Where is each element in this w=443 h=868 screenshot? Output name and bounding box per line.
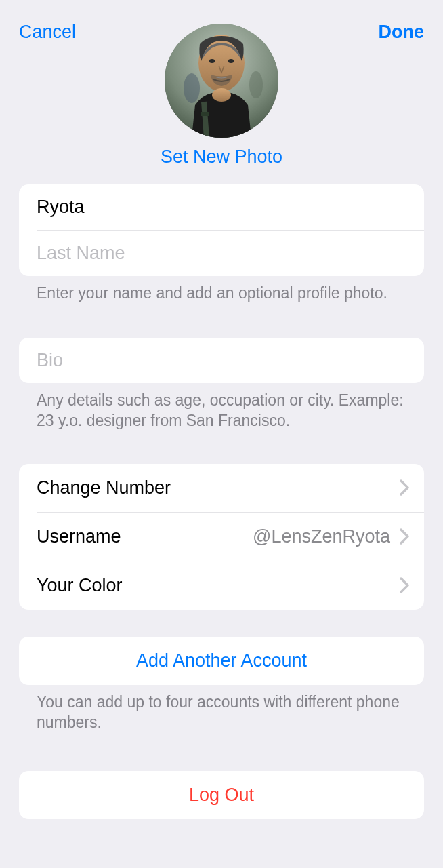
svg-point-1 — [184, 73, 200, 103]
logout-button[interactable]: Log Out — [19, 771, 424, 819]
name-section — [19, 184, 424, 276]
bio-footer: Any details such as age, occupation or c… — [37, 391, 424, 431]
add-account-button[interactable]: Add Another Account — [19, 637, 424, 685]
change-number-label: Change Number — [37, 477, 171, 498]
your-color-row[interactable]: Your Color — [19, 561, 424, 610]
cancel-button[interactable]: Cancel — [19, 22, 76, 43]
add-account-section: Add Another Account — [19, 637, 424, 685]
your-color-label: Your Color — [37, 575, 123, 596]
bio-row — [19, 338, 424, 383]
done-button[interactable]: Done — [379, 22, 425, 43]
add-account-label: Add Another Account — [136, 650, 307, 671]
last-name-row — [19, 231, 424, 276]
last-name-field[interactable] — [37, 231, 406, 276]
name-footer: Enter your name and add an optional prof… — [37, 283, 424, 304]
bio-section — [19, 338, 424, 383]
svg-point-6 — [212, 88, 231, 102]
username-label: Username — [37, 526, 121, 547]
svg-point-5 — [228, 59, 234, 63]
username-value: @LensZenRyota — [253, 526, 390, 547]
svg-rect-7 — [201, 112, 209, 116]
avatar-section: Set New Photo — [0, 24, 443, 167]
avatar[interactable] — [165, 24, 278, 138]
svg-point-2 — [249, 71, 263, 98]
chevron-right-icon — [400, 577, 409, 593]
set-new-photo-button[interactable]: Set New Photo — [161, 146, 282, 167]
username-row[interactable]: Username @LensZenRyota — [19, 513, 424, 561]
chevron-right-icon — [400, 479, 409, 496]
account-nav-section: Change Number Username @LensZenRyota You… — [19, 464, 424, 610]
change-number-row[interactable]: Change Number — [19, 464, 424, 512]
first-name-row — [19, 184, 424, 230]
add-account-footer: You can add up to four accounts with dif… — [37, 692, 424, 733]
logout-section: Log Out — [19, 771, 424, 819]
chevron-right-icon — [400, 528, 409, 545]
logout-label: Log Out — [189, 785, 254, 806]
first-name-field[interactable] — [37, 184, 406, 230]
bio-field[interactable] — [37, 338, 406, 383]
svg-point-4 — [209, 59, 215, 63]
